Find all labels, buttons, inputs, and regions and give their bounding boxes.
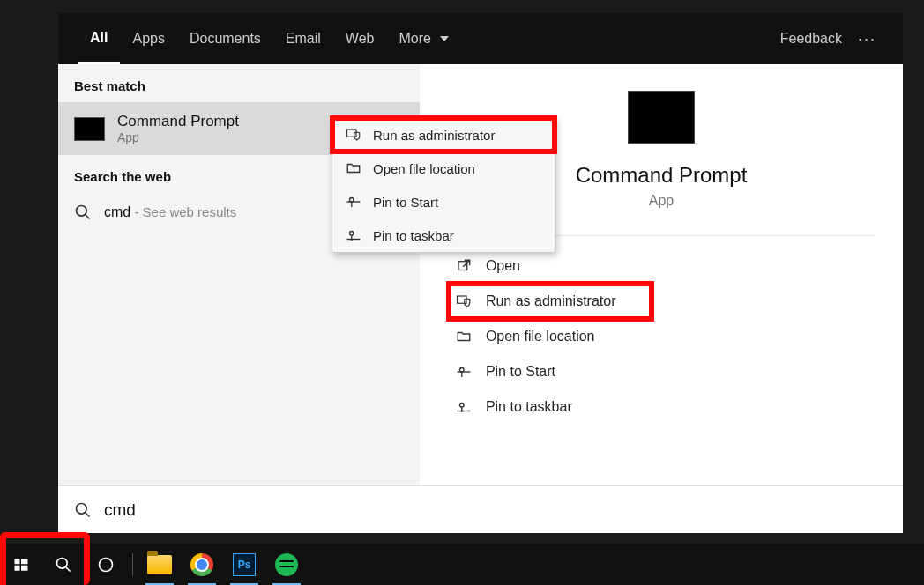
- tab-apps[interactable]: Apps: [120, 13, 176, 64]
- taskbar: Ps: [0, 544, 924, 585]
- folder-icon: [454, 329, 473, 344]
- taskbar-app-spotify[interactable]: [265, 544, 308, 585]
- pin-taskbar-icon: [345, 227, 362, 243]
- tab-more-label: More: [399, 31, 430, 47]
- ctx-open-file-location[interactable]: Open file location: [332, 152, 555, 185]
- cortana-icon: [97, 556, 115, 574]
- taskbar-app-photoshop[interactable]: Ps: [223, 544, 265, 585]
- admin-shield-icon: [454, 293, 473, 309]
- pin-start-icon: [454, 364, 473, 380]
- action-pin-to-start[interactable]: Pin to Start: [449, 354, 874, 389]
- action-open-file-location[interactable]: Open file location: [449, 319, 874, 354]
- action-folder-label: Open file location: [486, 329, 595, 344]
- taskbar-app-explorer[interactable]: [138, 544, 181, 585]
- svg-point-12: [350, 198, 354, 203]
- tab-web[interactable]: Web: [333, 13, 387, 64]
- command-prompt-icon: [74, 117, 105, 141]
- svg-line-19: [86, 512, 90, 516]
- svg-rect-2: [458, 262, 467, 270]
- action-list: Open Run as administrator Open file loca…: [449, 248, 874, 425]
- ctx-admin-label: Run as administrator: [373, 128, 495, 143]
- search-icon: [74, 501, 92, 519]
- tab-email[interactable]: Email: [273, 13, 333, 64]
- svg-line-1: [86, 215, 90, 219]
- feedback-link[interactable]: Feedback: [771, 31, 851, 47]
- photoshop-icon: Ps: [233, 553, 256, 576]
- taskbar-app-chrome[interactable]: [181, 544, 223, 585]
- web-suffix: - See web results: [130, 204, 236, 219]
- result-text: Command Prompt App: [117, 113, 239, 144]
- action-open-label: Open: [486, 258, 520, 274]
- topbar-tabs: All Apps Documents Email Web More: [78, 13, 461, 64]
- search-popup: All Apps Documents Email Web More Feedba…: [58, 13, 903, 533]
- svg-rect-21: [21, 559, 28, 564]
- taskbar-divider: [132, 553, 133, 576]
- search-topbar: All Apps Documents Email Web More Feedba…: [58, 13, 903, 64]
- svg-point-0: [77, 206, 87, 217]
- search-content: Best match Command Prompt App Search the…: [58, 64, 903, 485]
- more-options-button[interactable]: ···: [851, 30, 883, 48]
- svg-point-18: [77, 503, 87, 514]
- svg-point-24: [57, 558, 68, 568]
- highlight-annotation-edge: [0, 532, 6, 585]
- detail-subtitle: App: [649, 193, 674, 209]
- action-admin-label: Run as administrator: [486, 293, 616, 309]
- open-icon: [454, 258, 473, 274]
- tab-more[interactable]: More: [386, 13, 460, 64]
- pin-taskbar-icon: [454, 399, 473, 415]
- result-subtitle: App: [117, 130, 239, 144]
- best-match-header: Best match: [58, 64, 420, 102]
- ctx-pin-to-start[interactable]: Pin to Start: [332, 185, 555, 218]
- admin-shield-icon: [345, 127, 362, 143]
- chrome-icon: [190, 553, 213, 576]
- action-open[interactable]: Open: [449, 248, 874, 284]
- pin-start-icon: [345, 194, 362, 210]
- search-input[interactable]: [104, 500, 887, 520]
- cortana-button[interactable]: [85, 544, 127, 585]
- svg-point-15: [350, 232, 354, 236]
- search-input-row: [58, 485, 903, 533]
- spotify-icon: [275, 553, 298, 576]
- detail-command-prompt-icon: [628, 91, 695, 144]
- chevron-down-icon: [440, 36, 449, 41]
- ctx-pin-to-taskbar[interactable]: Pin to taskbar: [332, 218, 555, 252]
- windows-logo-icon: [13, 557, 29, 573]
- svg-point-8: [459, 404, 464, 408]
- svg-rect-20: [15, 559, 20, 564]
- web-query: cmd: [104, 204, 130, 219]
- search-icon: [74, 204, 92, 221]
- svg-point-26: [100, 558, 113, 571]
- ctx-pin-taskbar-label: Pin to taskbar: [373, 228, 454, 243]
- start-button[interactable]: [0, 544, 42, 585]
- svg-rect-23: [21, 565, 28, 570]
- result-title: Command Prompt: [117, 113, 239, 130]
- svg-line-25: [66, 566, 71, 571]
- search-icon: [55, 556, 72, 574]
- ctx-run-as-administrator[interactable]: Run as administrator: [332, 118, 555, 152]
- tab-all[interactable]: All: [78, 13, 120, 64]
- detail-title: Command Prompt: [576, 163, 748, 188]
- web-result-text: cmd - See web results: [104, 204, 236, 220]
- taskbar-search-button[interactable]: [42, 544, 85, 585]
- action-run-as-administrator[interactable]: Run as administrator: [449, 284, 652, 319]
- file-explorer-icon: [147, 555, 172, 574]
- action-pin-start-label: Pin to Start: [486, 364, 555, 380]
- tab-documents[interactable]: Documents: [177, 13, 273, 64]
- context-menu: Run as administrator Open file location …: [332, 117, 555, 253]
- action-pin-taskbar-label: Pin to taskbar: [486, 399, 572, 415]
- ctx-folder-label: Open file location: [373, 161, 475, 176]
- action-pin-to-taskbar[interactable]: Pin to taskbar: [449, 389, 874, 425]
- ctx-pin-start-label: Pin to Start: [373, 195, 438, 210]
- folder-icon: [345, 160, 362, 176]
- svg-rect-22: [15, 565, 20, 570]
